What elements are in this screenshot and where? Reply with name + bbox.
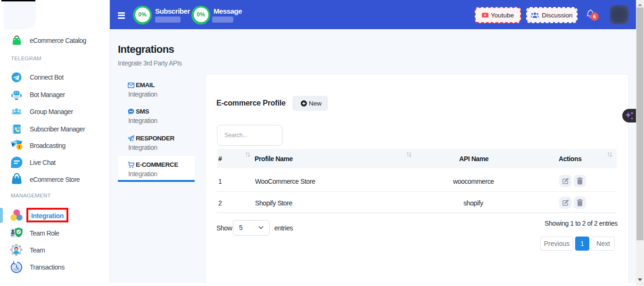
svg-text:SMS: SMS (129, 110, 133, 113)
